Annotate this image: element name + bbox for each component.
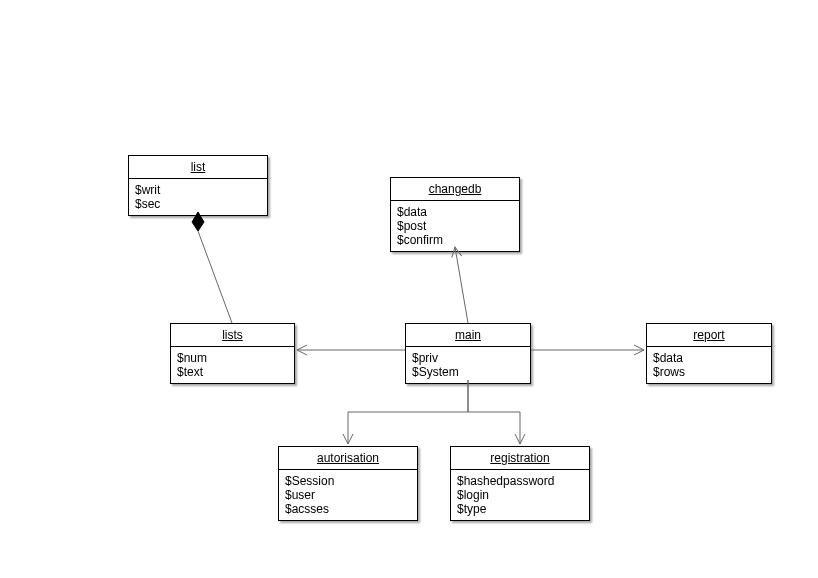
class-main: main $priv $System — [405, 323, 531, 384]
class-lists: lists $num $text — [170, 323, 295, 384]
attr: $confirm — [397, 233, 513, 247]
attr: $user — [285, 488, 411, 502]
class-title: lists — [171, 324, 294, 347]
class-title: changedb — [391, 178, 519, 201]
attr: $sec — [135, 197, 261, 211]
class-attrs: $writ $sec — [129, 179, 267, 215]
attr: $post — [397, 219, 513, 233]
class-attrs: $data $post $confirm — [391, 201, 519, 251]
attr: $data — [397, 205, 513, 219]
attr: $writ — [135, 183, 261, 197]
edge-lists-to-list — [192, 212, 232, 323]
attr: $System — [412, 365, 524, 379]
class-attrs: $priv $System — [406, 347, 530, 383]
class-autorisation: autorisation $Session $user $acsses — [278, 446, 418, 521]
class-attrs: $data $rows — [647, 347, 771, 383]
class-attrs: $num $text — [171, 347, 294, 383]
class-changedb: changedb $data $post $confirm — [390, 177, 520, 252]
class-list: list $writ $sec — [128, 155, 268, 216]
attr: $Session — [285, 474, 411, 488]
class-registration: registration $hashedpassword $login $typ… — [450, 446, 590, 521]
class-report: report $data $rows — [646, 323, 772, 384]
class-title: registration — [451, 447, 589, 470]
attr: $acsses — [285, 502, 411, 516]
class-title: list — [129, 156, 267, 179]
attr: $data — [653, 351, 765, 365]
svg-line-0 — [198, 231, 232, 323]
edge-main-to-autorisation — [348, 380, 468, 444]
edge-main-to-registration — [468, 380, 520, 444]
attr: $num — [177, 351, 288, 365]
class-title: autorisation — [279, 447, 417, 470]
class-title: main — [406, 324, 530, 347]
attr: $login — [457, 488, 583, 502]
attr: $rows — [653, 365, 765, 379]
attr: $text — [177, 365, 288, 379]
class-title: report — [647, 324, 771, 347]
class-attrs: $Session $user $acsses — [279, 470, 417, 520]
attr: $type — [457, 502, 583, 516]
attr: $priv — [412, 351, 524, 365]
attr: $hashedpassword — [457, 474, 583, 488]
edge-main-to-changedb — [455, 247, 468, 323]
class-attrs: $hashedpassword $login $type — [451, 470, 589, 520]
